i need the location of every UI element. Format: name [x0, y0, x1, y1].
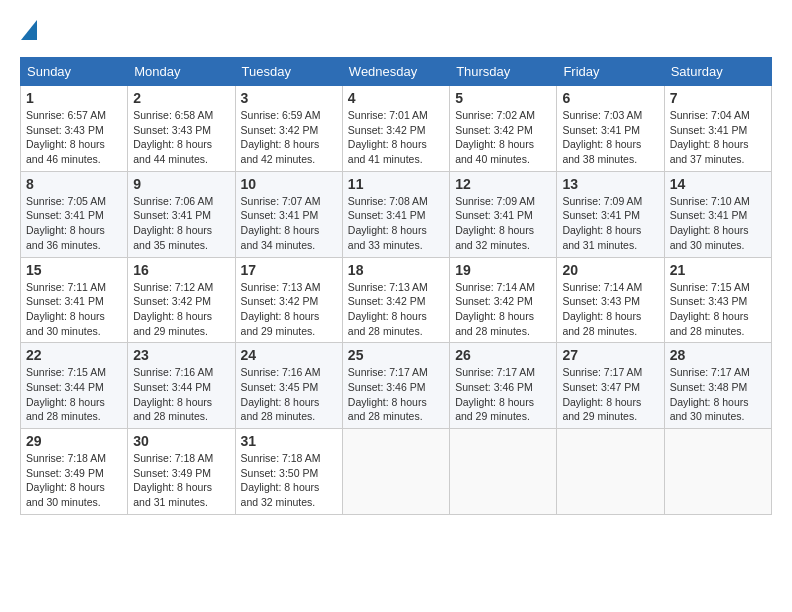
- calendar-cell: 3 Sunrise: 6:59 AM Sunset: 3:42 PM Dayli…: [235, 86, 342, 172]
- calendar-cell: 22 Sunrise: 7:15 AM Sunset: 3:44 PM Dayl…: [21, 343, 128, 429]
- day-number: 30: [133, 433, 229, 449]
- day-info: Sunrise: 7:17 AM Sunset: 3:46 PM Dayligh…: [348, 365, 444, 424]
- weekday-header-friday: Friday: [557, 58, 664, 86]
- weekday-header-wednesday: Wednesday: [342, 58, 449, 86]
- calendar-cell: 25 Sunrise: 7:17 AM Sunset: 3:46 PM Dayl…: [342, 343, 449, 429]
- day-number: 9: [133, 176, 229, 192]
- day-number: 19: [455, 262, 551, 278]
- day-info: Sunrise: 7:17 AM Sunset: 3:47 PM Dayligh…: [562, 365, 658, 424]
- day-number: 3: [241, 90, 337, 106]
- day-info: Sunrise: 7:13 AM Sunset: 3:42 PM Dayligh…: [348, 280, 444, 339]
- day-info: Sunrise: 7:09 AM Sunset: 3:41 PM Dayligh…: [562, 194, 658, 253]
- day-info: Sunrise: 7:18 AM Sunset: 3:49 PM Dayligh…: [26, 451, 122, 510]
- day-number: 10: [241, 176, 337, 192]
- day-info: Sunrise: 7:14 AM Sunset: 3:43 PM Dayligh…: [562, 280, 658, 339]
- calendar-cell: [450, 429, 557, 515]
- day-number: 24: [241, 347, 337, 363]
- day-info: Sunrise: 7:17 AM Sunset: 3:48 PM Dayligh…: [670, 365, 766, 424]
- day-number: 16: [133, 262, 229, 278]
- day-number: 23: [133, 347, 229, 363]
- calendar-cell: 7 Sunrise: 7:04 AM Sunset: 3:41 PM Dayli…: [664, 86, 771, 172]
- day-info: Sunrise: 7:18 AM Sunset: 3:49 PM Dayligh…: [133, 451, 229, 510]
- day-number: 17: [241, 262, 337, 278]
- day-number: 31: [241, 433, 337, 449]
- calendar-cell: 18 Sunrise: 7:13 AM Sunset: 3:42 PM Dayl…: [342, 257, 449, 343]
- day-info: Sunrise: 7:09 AM Sunset: 3:41 PM Dayligh…: [455, 194, 551, 253]
- day-number: 12: [455, 176, 551, 192]
- calendar-cell: 8 Sunrise: 7:05 AM Sunset: 3:41 PM Dayli…: [21, 171, 128, 257]
- day-number: 28: [670, 347, 766, 363]
- calendar-cell: 26 Sunrise: 7:17 AM Sunset: 3:46 PM Dayl…: [450, 343, 557, 429]
- weekday-header-saturday: Saturday: [664, 58, 771, 86]
- day-number: 20: [562, 262, 658, 278]
- calendar-cell: 16 Sunrise: 7:12 AM Sunset: 3:42 PM Dayl…: [128, 257, 235, 343]
- page-header: [20, 20, 772, 41]
- day-info: Sunrise: 7:10 AM Sunset: 3:41 PM Dayligh…: [670, 194, 766, 253]
- weekday-header-sunday: Sunday: [21, 58, 128, 86]
- calendar-cell: 27 Sunrise: 7:17 AM Sunset: 3:47 PM Dayl…: [557, 343, 664, 429]
- calendar-cell: 23 Sunrise: 7:16 AM Sunset: 3:44 PM Dayl…: [128, 343, 235, 429]
- day-info: Sunrise: 7:16 AM Sunset: 3:45 PM Dayligh…: [241, 365, 337, 424]
- calendar-cell: 24 Sunrise: 7:16 AM Sunset: 3:45 PM Dayl…: [235, 343, 342, 429]
- day-number: 7: [670, 90, 766, 106]
- day-info: Sunrise: 6:58 AM Sunset: 3:43 PM Dayligh…: [133, 108, 229, 167]
- day-info: Sunrise: 7:15 AM Sunset: 3:43 PM Dayligh…: [670, 280, 766, 339]
- day-info: Sunrise: 7:07 AM Sunset: 3:41 PM Dayligh…: [241, 194, 337, 253]
- calendar-table: SundayMondayTuesdayWednesdayThursdayFrid…: [20, 57, 772, 515]
- calendar-cell: [557, 429, 664, 515]
- day-info: Sunrise: 7:01 AM Sunset: 3:42 PM Dayligh…: [348, 108, 444, 167]
- calendar-cell: 1 Sunrise: 6:57 AM Sunset: 3:43 PM Dayli…: [21, 86, 128, 172]
- calendar-cell: 10 Sunrise: 7:07 AM Sunset: 3:41 PM Dayl…: [235, 171, 342, 257]
- day-number: 21: [670, 262, 766, 278]
- day-info: Sunrise: 7:16 AM Sunset: 3:44 PM Dayligh…: [133, 365, 229, 424]
- day-number: 4: [348, 90, 444, 106]
- calendar-cell: 9 Sunrise: 7:06 AM Sunset: 3:41 PM Dayli…: [128, 171, 235, 257]
- calendar-cell: 28 Sunrise: 7:17 AM Sunset: 3:48 PM Dayl…: [664, 343, 771, 429]
- day-info: Sunrise: 6:57 AM Sunset: 3:43 PM Dayligh…: [26, 108, 122, 167]
- day-number: 14: [670, 176, 766, 192]
- day-info: Sunrise: 7:14 AM Sunset: 3:42 PM Dayligh…: [455, 280, 551, 339]
- calendar-cell: 30 Sunrise: 7:18 AM Sunset: 3:49 PM Dayl…: [128, 429, 235, 515]
- calendar-cell: 11 Sunrise: 7:08 AM Sunset: 3:41 PM Dayl…: [342, 171, 449, 257]
- day-number: 18: [348, 262, 444, 278]
- day-number: 1: [26, 90, 122, 106]
- calendar-cell: [342, 429, 449, 515]
- day-number: 25: [348, 347, 444, 363]
- day-number: 13: [562, 176, 658, 192]
- svg-marker-0: [21, 20, 37, 40]
- day-number: 2: [133, 90, 229, 106]
- weekday-header-tuesday: Tuesday: [235, 58, 342, 86]
- calendar-cell: 31 Sunrise: 7:18 AM Sunset: 3:50 PM Dayl…: [235, 429, 342, 515]
- logo: [20, 20, 38, 41]
- logo-icon: [20, 20, 38, 45]
- calendar-cell: 6 Sunrise: 7:03 AM Sunset: 3:41 PM Dayli…: [557, 86, 664, 172]
- day-number: 27: [562, 347, 658, 363]
- day-info: Sunrise: 7:03 AM Sunset: 3:41 PM Dayligh…: [562, 108, 658, 167]
- calendar-cell: 15 Sunrise: 7:11 AM Sunset: 3:41 PM Dayl…: [21, 257, 128, 343]
- day-info: Sunrise: 7:12 AM Sunset: 3:42 PM Dayligh…: [133, 280, 229, 339]
- day-number: 11: [348, 176, 444, 192]
- day-info: Sunrise: 7:02 AM Sunset: 3:42 PM Dayligh…: [455, 108, 551, 167]
- calendar-cell: 19 Sunrise: 7:14 AM Sunset: 3:42 PM Dayl…: [450, 257, 557, 343]
- calendar-cell: 14 Sunrise: 7:10 AM Sunset: 3:41 PM Dayl…: [664, 171, 771, 257]
- day-info: Sunrise: 7:05 AM Sunset: 3:41 PM Dayligh…: [26, 194, 122, 253]
- day-info: Sunrise: 7:04 AM Sunset: 3:41 PM Dayligh…: [670, 108, 766, 167]
- calendar-cell: 13 Sunrise: 7:09 AM Sunset: 3:41 PM Dayl…: [557, 171, 664, 257]
- calendar-cell: 21 Sunrise: 7:15 AM Sunset: 3:43 PM Dayl…: [664, 257, 771, 343]
- day-info: Sunrise: 7:08 AM Sunset: 3:41 PM Dayligh…: [348, 194, 444, 253]
- day-info: Sunrise: 7:18 AM Sunset: 3:50 PM Dayligh…: [241, 451, 337, 510]
- day-info: Sunrise: 6:59 AM Sunset: 3:42 PM Dayligh…: [241, 108, 337, 167]
- day-info: Sunrise: 7:13 AM Sunset: 3:42 PM Dayligh…: [241, 280, 337, 339]
- day-info: Sunrise: 7:06 AM Sunset: 3:41 PM Dayligh…: [133, 194, 229, 253]
- day-number: 6: [562, 90, 658, 106]
- day-number: 8: [26, 176, 122, 192]
- calendar-cell: 12 Sunrise: 7:09 AM Sunset: 3:41 PM Dayl…: [450, 171, 557, 257]
- calendar-cell: 5 Sunrise: 7:02 AM Sunset: 3:42 PM Dayli…: [450, 86, 557, 172]
- day-number: 22: [26, 347, 122, 363]
- calendar-cell: [664, 429, 771, 515]
- day-number: 15: [26, 262, 122, 278]
- day-number: 5: [455, 90, 551, 106]
- day-info: Sunrise: 7:17 AM Sunset: 3:46 PM Dayligh…: [455, 365, 551, 424]
- calendar-cell: 17 Sunrise: 7:13 AM Sunset: 3:42 PM Dayl…: [235, 257, 342, 343]
- calendar-cell: 4 Sunrise: 7:01 AM Sunset: 3:42 PM Dayli…: [342, 86, 449, 172]
